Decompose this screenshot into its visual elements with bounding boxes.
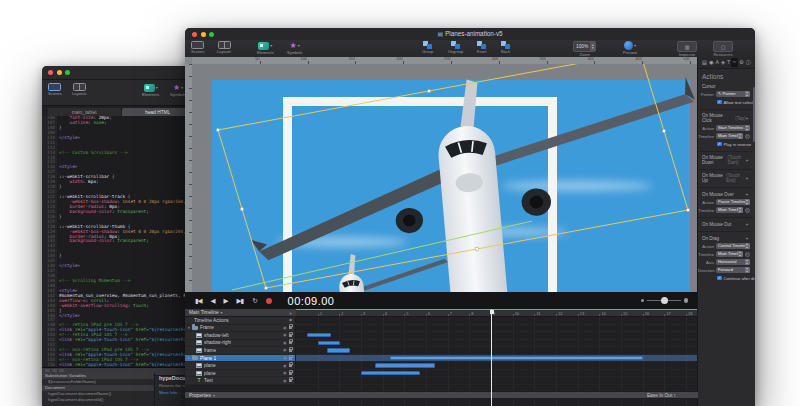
animation-indicator-icon[interactable]: ◉ xyxy=(283,326,287,330)
lock-icon[interactable] xyxy=(289,379,293,382)
timeline-options-button[interactable] xyxy=(745,252,750,257)
animation-indicator-icon[interactable]: ◉ xyxy=(283,364,287,368)
record-button[interactable] xyxy=(266,298,272,304)
animation-indicator-icon[interactable]: ◉ xyxy=(283,333,287,337)
checkbox-row[interactable]: ✓Continue after drag xyxy=(698,274,753,282)
ungroup-button[interactable]: Ungroup xyxy=(448,41,463,54)
timeline-options-button[interactable] xyxy=(745,208,750,213)
timeline-row[interactable]: plane◉ xyxy=(185,370,698,378)
layer-cell[interactable]: TText◉ xyxy=(185,377,296,384)
lock-icon[interactable] xyxy=(289,364,293,367)
timeline-lane[interactable] xyxy=(296,377,698,384)
tab-identity[interactable]: ⓘ xyxy=(745,58,752,67)
checkbox-row[interactable]: ✓Play in reverse xyxy=(698,140,753,148)
action-select[interactable]: Pause Timeline... xyxy=(716,199,750,205)
easing-selector[interactable]: Ease In Out ↕ xyxy=(647,393,676,398)
timeline-bar[interactable] xyxy=(390,356,642,360)
animation-indicator-icon[interactable]: ◉ xyxy=(283,341,287,345)
layer-cell[interactable]: shadow-left◉ xyxy=(185,332,296,339)
add-action-button[interactable]: + xyxy=(746,235,749,241)
add-action-button[interactable]: + xyxy=(746,157,749,163)
timeline-row[interactable]: shadow-right◉ xyxy=(185,340,698,348)
lock-icon[interactable] xyxy=(289,341,293,344)
lock-icon[interactable] xyxy=(289,326,293,329)
timeline-options-button[interactable] xyxy=(745,134,750,139)
add-action-button[interactable]: + xyxy=(746,115,749,121)
action-select[interactable]: Start Timeline... xyxy=(716,125,750,131)
checkbox-checked[interactable]: ✓ xyxy=(717,100,722,105)
animation-indicator-icon[interactable]: ◉ xyxy=(283,356,287,360)
back-button[interactable]: Back xyxy=(501,41,510,54)
add-timeline-icon[interactable]: + xyxy=(289,310,292,316)
tab-actions[interactable]: ☞ xyxy=(731,58,738,67)
scene-canvas[interactable] xyxy=(192,64,698,292)
time-ruler[interactable]: 123456789101112131415161718 xyxy=(296,309,698,317)
code-editor[interactable]: 106 font-size: 20px;107 outline: none;10… xyxy=(42,116,200,368)
tab-physics[interactable]: ⚙ xyxy=(738,58,745,67)
timeline-row[interactable]: plane◉ xyxy=(185,362,698,370)
add-action-button[interactable]: + xyxy=(746,221,749,227)
timeline-lane[interactable] xyxy=(296,355,698,362)
timeline-row[interactable]: ▸Plane 1◉ xyxy=(185,355,698,363)
axis-select[interactable]: Horizontal xyxy=(716,259,750,265)
animation-indicator-icon[interactable]: ◉ xyxy=(283,348,287,352)
group-button[interactable]: Group xyxy=(422,41,433,54)
timeline-row[interactable]: ▾Frame◉ xyxy=(185,325,698,333)
timeline-bar[interactable] xyxy=(375,363,435,367)
document-item[interactable]: hypeDocument.documentId() xyxy=(42,397,154,403)
zoom-button[interactable] xyxy=(65,70,70,75)
zoom-control[interactable]: 100%▲▼ Zoom xyxy=(573,41,596,57)
timeline-lane[interactable] xyxy=(296,362,698,369)
timeline-row[interactable]: TText◉ xyxy=(185,377,698,385)
symbols-button[interactable]: ★▾ Symbols xyxy=(287,41,302,55)
animation-indicator-icon[interactable]: ◉ xyxy=(283,379,287,383)
layer-cell[interactable]: frame◉ xyxy=(185,347,296,354)
substitution-variables-list[interactable]: Substitution Variables${resourcesFolderN… xyxy=(42,373,155,406)
preview-button[interactable]: ▾ Preview xyxy=(623,41,637,55)
tab-document[interactable]: ▤ xyxy=(701,58,708,67)
lock-icon[interactable] xyxy=(289,372,293,375)
play-button[interactable]: ▶ xyxy=(224,292,228,309)
timeline-bar[interactable] xyxy=(361,371,420,375)
lock-icon[interactable] xyxy=(289,357,293,360)
timeline-bar[interactable] xyxy=(318,341,341,345)
timeline-lane[interactable] xyxy=(296,325,698,332)
layer-cell[interactable]: ▸Plane 1◉ xyxy=(185,355,296,362)
properties-bar[interactable]: Properties ▾ Ease In Out ↕ xyxy=(185,391,698,399)
direction-select[interactable]: Forward xyxy=(716,267,750,273)
inspector-button[interactable]: ▥ Inspector xyxy=(677,41,697,57)
layer-cell[interactable]: Timeline Actions◆ xyxy=(185,317,296,324)
big-plane[interactable] xyxy=(239,64,698,292)
elements-button[interactable]: ▾ Elements xyxy=(257,41,274,55)
timeline-selector[interactable]: Main Timeline ▾ + xyxy=(185,309,296,317)
inspector-scrollbar[interactable] xyxy=(753,87,755,142)
action-select[interactable]: Control Timeline... xyxy=(716,243,750,249)
lock-icon[interactable] xyxy=(289,349,293,352)
add-action-button[interactable]: + xyxy=(746,191,749,197)
step-forward-button[interactable]: ▶▮ xyxy=(237,292,244,309)
pointer-select[interactable]: ↖ Pointer xyxy=(716,91,750,97)
timeline-lane[interactable] xyxy=(296,317,698,324)
layouts-button[interactable]: Layouts xyxy=(72,83,87,96)
step-back-button[interactable]: ◀ xyxy=(211,292,215,309)
left-window-titlebar[interactable] xyxy=(42,66,200,80)
timeline-select[interactable]: Main Timeline xyxy=(716,251,743,257)
close-button[interactable] xyxy=(48,70,53,75)
checkbox-row[interactable]: ✓Allow text selection xyxy=(698,98,753,106)
timeline-lane[interactable] xyxy=(296,347,698,354)
loop-button[interactable]: ↻ xyxy=(252,292,256,309)
timeline-bar[interactable] xyxy=(307,333,331,337)
checkbox-checked[interactable]: ✓ xyxy=(717,142,722,147)
timeline-row[interactable]: shadow-left◉ xyxy=(185,332,698,340)
layer-cell[interactable]: ▾Frame◉ xyxy=(185,325,296,332)
symbols-button[interactable]: ★▾ Symbols xyxy=(170,83,186,97)
timeline-bar[interactable] xyxy=(327,348,350,352)
timeline-lane[interactable] xyxy=(296,340,698,347)
animation-indicator-icon[interactable]: ◉ xyxy=(283,371,287,375)
timeline-select[interactable]: Main Timeline xyxy=(716,133,743,139)
resources-button[interactable]: ▢ Resources xyxy=(713,41,733,57)
gear-icon[interactable]: ◆ xyxy=(289,318,292,322)
layer-cell[interactable]: plane◉ xyxy=(185,370,296,377)
layer-cell[interactable]: shadow-right◉ xyxy=(185,340,296,347)
zoom-stepper-icon[interactable]: ▲▼ xyxy=(590,42,595,51)
